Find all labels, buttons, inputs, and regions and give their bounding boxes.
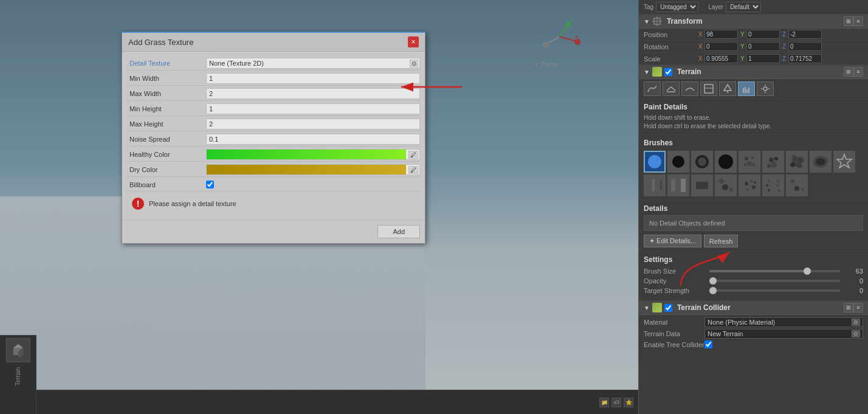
opacity-slider[interactable] — [709, 280, 840, 282]
svg-point-47 — [798, 157, 804, 163]
terrain-settings-btn[interactable]: ⊞ — [844, 67, 853, 77]
modal-close-button[interactable]: × — [408, 36, 419, 47]
dry-color-label: Dry Color — [127, 166, 206, 173]
brush-4[interactable] — [715, 151, 737, 173]
position-y-input[interactable] — [746, 30, 780, 39]
healthy-color-pick-btn[interactable]: 🖊 — [408, 151, 418, 159]
rotation-x-input[interactable] — [704, 42, 738, 51]
layer-select[interactable]: Default — [726, 2, 761, 12]
min-height-input[interactable] — [206, 103, 420, 114]
brush-11[interactable] — [667, 174, 689, 196]
scale-x-input[interactable] — [704, 54, 738, 63]
svg-point-36 — [745, 157, 748, 160]
opacity-label: Opacity — [644, 277, 704, 285]
noise-spread-input[interactable] — [206, 134, 420, 145]
svg-point-49 — [797, 164, 802, 168]
material-select-btn[interactable]: ⊙ — [852, 319, 860, 326]
dry-color-bar — [207, 165, 406, 174]
brush-16[interactable] — [786, 174, 808, 196]
terrain-data-select-btn[interactable]: ⊙ — [852, 330, 860, 337]
collider-section: Material None (Physic Material) ⊙ Terrai… — [639, 315, 868, 353]
enable-tree-label: Enable Tree Collider — [644, 341, 704, 348]
sz-label: Z — [782, 55, 787, 62]
detail-texture-row: Detail Texture None (Texture 2D) ⊙ — [127, 57, 420, 71]
svg-point-83 — [800, 181, 802, 184]
max-width-input[interactable] — [206, 88, 420, 99]
position-z-coord: Z — [782, 30, 822, 39]
position-z-input[interactable] — [788, 30, 822, 39]
terrain-smooth-btn[interactable] — [681, 81, 698, 96]
svg-point-69 — [752, 185, 756, 189]
target-strength-label: Target Strength — [644, 287, 704, 294]
brush-3[interactable] — [691, 151, 713, 173]
brush-13[interactable] — [715, 174, 737, 196]
scale-z-input[interactable] — [788, 54, 822, 63]
terrain-collider-header[interactable]: ▼ Terrain Collider ⊞ ≡ — [639, 301, 868, 315]
svg-point-43 — [771, 162, 777, 168]
rotation-y-input[interactable] — [746, 42, 780, 51]
sx-label: X — [698, 55, 703, 62]
max-width-label: Max Width — [127, 90, 206, 97]
enable-tree-checkbox[interactable] — [704, 340, 712, 348]
terrain-place-trees-btn[interactable] — [719, 81, 736, 96]
paint-details-desc1: Hold down shift to erase. — [644, 114, 863, 122]
collider-enabled-checkbox[interactable] — [664, 304, 672, 312]
collider-settings-btn[interactable]: ⊞ — [844, 303, 853, 312]
terrain-menu-btn[interactable]: ≡ — [853, 67, 863, 77]
terrain-settings-tool-btn[interactable] — [757, 81, 774, 96]
position-x-input[interactable] — [704, 30, 738, 39]
healthy-color-label: Healthy Color — [127, 151, 206, 158]
brush-10[interactable] — [644, 174, 666, 196]
opacity-row: Opacity 0 — [644, 277, 863, 285]
scale-row: Scale X Y Z — [639, 53, 868, 65]
brush-6[interactable] — [762, 151, 784, 173]
collider-icon — [652, 303, 662, 312]
max-height-label: Max Height — [127, 120, 206, 128]
brush-12[interactable] — [691, 174, 713, 196]
detail-texture-field[interactable]: None (Texture 2D) ⊙ — [206, 58, 420, 69]
brush-size-slider[interactable] — [709, 270, 840, 272]
svg-point-75 — [777, 180, 779, 182]
collider-menu-btn[interactable]: ≡ — [853, 303, 863, 312]
transform-menu-btn[interactable]: ≡ — [853, 16, 863, 26]
terrain-section-header[interactable]: ▼ Terrain ⊞ ≡ — [639, 65, 868, 79]
dry-color-field[interactable]: 🖊 — [206, 164, 420, 175]
detail-texture-select-btn[interactable]: ⊙ — [410, 60, 418, 67]
edit-details-button[interactable]: ✦ Edit Details... — [644, 235, 701, 247]
brush-14[interactable] — [739, 174, 760, 196]
terrain-paint-height-btn[interactable] — [663, 81, 680, 96]
brush-9[interactable] — [833, 151, 855, 173]
brush-8[interactable] — [810, 151, 832, 173]
transform-settings-btn[interactable]: ⊞ — [844, 16, 853, 26]
terrain-enabled-checkbox[interactable] — [664, 68, 672, 76]
brush-15[interactable] — [762, 174, 784, 196]
dry-color-pick-btn[interactable]: 🖊 — [408, 166, 418, 174]
terrain-paint-details-btn[interactable] — [738, 81, 755, 96]
terrain-paint-texture-btn[interactable] — [700, 81, 717, 96]
brush-size-value: 63 — [845, 267, 863, 275]
material-row: Material None (Physic Material) ⊙ — [644, 317, 863, 327]
brush-5[interactable] — [739, 151, 760, 173]
rx-label: X — [698, 43, 703, 50]
max-height-input[interactable] — [206, 119, 420, 129]
svg-marker-52 — [837, 154, 852, 168]
brush-1[interactable] — [644, 151, 666, 173]
healthy-color-field[interactable]: 🖊 — [206, 149, 420, 160]
brush-size-label: Brush Size — [644, 267, 704, 275]
billboard-checkbox[interactable] — [206, 181, 214, 188]
min-width-input[interactable] — [206, 73, 420, 84]
add-button[interactable]: Add — [377, 225, 420, 238]
scale-y-input[interactable] — [746, 54, 780, 63]
target-strength-slider[interactable] — [709, 289, 840, 292]
tag-select[interactable]: Untagged — [656, 2, 698, 12]
brush-2[interactable] — [667, 151, 689, 173]
modal-title-bar: Add Grass Texture × — [122, 33, 425, 52]
svg-point-74 — [772, 178, 774, 181]
transform-section-header[interactable]: ▼ Transform ⊞ ≡ — [639, 15, 868, 29]
terrain-raise-lower-btn[interactable] — [644, 81, 661, 96]
brush-7[interactable] — [786, 151, 808, 173]
refresh-button[interactable]: Refresh — [704, 235, 739, 247]
tag-label: Tag — [644, 4, 653, 10]
rotation-z-input[interactable] — [788, 42, 822, 51]
transform-icon — [652, 16, 662, 26]
